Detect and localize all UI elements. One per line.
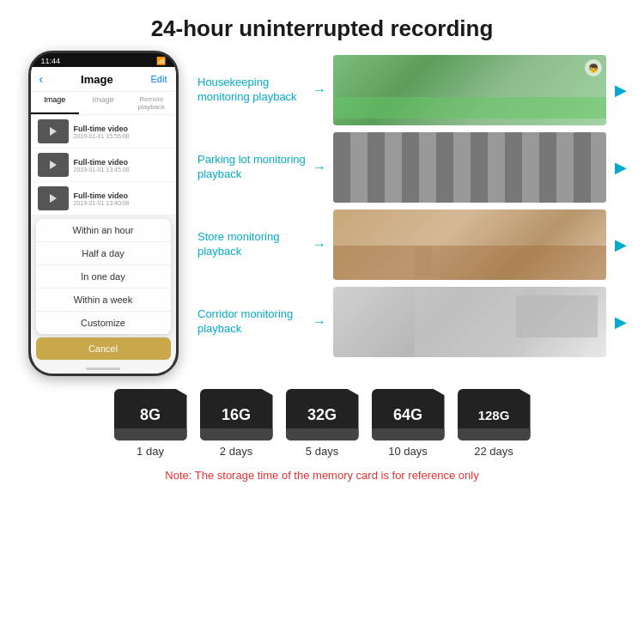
dropdown-item-4[interactable]: Customize [36, 312, 171, 334]
sd-card-label-4: 128G [478, 408, 510, 422]
floor-element [333, 97, 606, 118]
page-header: 24-hour uninterrupted recording [0, 0, 644, 51]
sd-card-label-0: 8G [140, 406, 161, 424]
storage-section: 8G 1 day 16G 2 days 32G 5 days 64G 10 da… [0, 376, 644, 486]
dropdown-cancel[interactable]: Cancel [36, 337, 171, 360]
sd-card-0: 8G [114, 389, 187, 440]
video-info-1: Full-time video 2019-01-01 15:55:08 [74, 125, 169, 139]
sd-days-3: 10 days [388, 445, 428, 458]
video-info-2: Full-time video 2019-01-01 13:45:08 [74, 158, 169, 173]
video-info-3: Full-time video 2019-01-01 13:40:08 [74, 191, 169, 206]
video-label-2: Full-time video [74, 158, 169, 167]
chevron-right-2: ▶ [615, 235, 627, 254]
monitoring-label-0: Housekeeping monitoring playback [197, 76, 309, 105]
storage-item-3: 64G 10 days [372, 389, 445, 458]
phone-top-bar: ‹ Image Edit [31, 67, 176, 92]
phone-status-bar: 11:44 📶 [31, 53, 176, 67]
phone-dropdown: Within an hour Half a day In one day Wit… [36, 219, 171, 334]
dropdown-item-0[interactable]: Within an hour [36, 219, 171, 242]
tab-remote[interactable]: Remote playback [127, 92, 175, 114]
arrow-1: → [313, 160, 326, 175]
monitoring-section: Housekeeping monitoring playback → 👦 ▶ P… [197, 51, 627, 376]
phone-back[interactable]: ‹ [39, 72, 44, 86]
sd-card-label-1: 16G [222, 406, 251, 424]
sd-card-label-2: 32G [307, 406, 337, 424]
tab-image2[interactable]: Image [79, 92, 127, 114]
video-item-3[interactable]: Full-time video 2019-01-01 13:40:08 [31, 182, 176, 216]
phone-signal: 📶 [156, 57, 166, 65]
monitoring-item-1: Parking lot monitoring playback → ▶ [197, 132, 627, 203]
play-icon-3 [50, 194, 57, 203]
video-thumb-1 [38, 119, 69, 143]
video-label-3: Full-time video [74, 191, 169, 200]
video-date-3: 2019-01-01 13:40:08 [74, 200, 169, 206]
main-content: 11:44 📶 ‹ Image Edit Image Image Remote … [0, 51, 644, 376]
staircase [516, 295, 598, 337]
video-thumb-3 [38, 186, 69, 210]
arrow-0: → [313, 82, 326, 98]
monitoring-item-2: Store monitoring playback → ▶ [197, 210, 627, 280]
video-item-2[interactable]: Full-time video 2019-01-01 13:45:08 [31, 149, 176, 182]
sd-days-2: 5 days [306, 445, 338, 458]
video-thumb-2 [38, 153, 69, 177]
storage-item-4: 128G 22 days [458, 389, 531, 458]
home-indicator-area [31, 363, 176, 374]
corridor-path [415, 287, 524, 357]
parking-rows [333, 132, 606, 203]
arrow-3: → [313, 314, 326, 330]
phone-section: 11:44 📶 ‹ Image Edit Image Image Remote … [17, 51, 189, 376]
sd-days-0: 1 day [137, 445, 164, 458]
tab-image[interactable]: Image [31, 92, 79, 114]
phone-time: 11:44 [41, 57, 61, 65]
storage-item-1: 16G 2 days [200, 389, 273, 458]
monitoring-image-0: 👦 [333, 55, 606, 125]
chevron-right-3: ▶ [615, 313, 627, 331]
phone-mockup: 11:44 📶 ‹ Image Edit Image Image Remote … [28, 51, 179, 376]
phone-screen-title: Image [81, 73, 113, 86]
chevron-right-0: ▶ [615, 81, 627, 100]
sd-card-1: 16G [200, 389, 273, 440]
video-item-1[interactable]: Full-time video 2019-01-01 15:55:08 [31, 115, 176, 149]
phone-tabs: Image Image Remote playback [31, 92, 176, 115]
storage-cards: 8G 1 day 16G 2 days 32G 5 days 64G 10 da… [114, 389, 531, 458]
dropdown-item-1[interactable]: Half a day [36, 242, 171, 265]
phone-edit-button[interactable]: Edit [151, 74, 167, 84]
phone-notch [91, 57, 125, 65]
monitoring-image-2 [333, 210, 606, 280]
monitoring-item-0: Housekeeping monitoring playback → 👦 ▶ [197, 55, 627, 125]
home-indicator [86, 368, 120, 370]
monitoring-item-3: Corridor monitoring playback → ▶ [197, 287, 627, 357]
sd-card-3: 64G [372, 389, 445, 440]
phone-screen: ‹ Image Edit Image Image Remote playback [31, 67, 176, 374]
play-icon-2 [50, 161, 57, 169]
sd-days-4: 22 days [474, 445, 513, 458]
dropdown-item-2[interactable]: In one day [36, 265, 171, 289]
storage-item-0: 8G 1 day [114, 389, 187, 458]
monitoring-label-2: Store monitoring playback [197, 230, 309, 259]
person-icon-0: 👦 [585, 59, 602, 76]
storage-note: Note: The storage time of the memory car… [165, 469, 478, 482]
play-icon-1 [50, 127, 57, 136]
sd-card-label-3: 64G [393, 406, 422, 424]
arrow-2: → [313, 237, 326, 252]
chevron-right-1: ▶ [615, 158, 627, 177]
sd-card-4: 128G [458, 389, 531, 440]
person-store [415, 246, 432, 276]
sd-card-2: 32G [286, 389, 359, 440]
monitoring-image-3 [333, 287, 606, 357]
monitoring-label-3: Corridor monitoring playback [197, 307, 309, 337]
monitoring-image-1 [333, 132, 606, 203]
dropdown-item-3[interactable]: Within a week [36, 289, 171, 312]
storage-item-2: 32G 5 days [286, 389, 359, 458]
store-floor [333, 246, 606, 280]
video-label-1: Full-time video [74, 125, 169, 133]
video-date-1: 2019-01-01 15:55:08 [74, 133, 169, 139]
monitoring-label-1: Parking lot monitoring playback [197, 153, 309, 182]
sd-days-1: 2 days [220, 445, 252, 458]
page-title: 24-hour uninterrupted recording [17, 15, 627, 42]
video-date-2: 2019-01-01 13:45:08 [74, 167, 169, 173]
